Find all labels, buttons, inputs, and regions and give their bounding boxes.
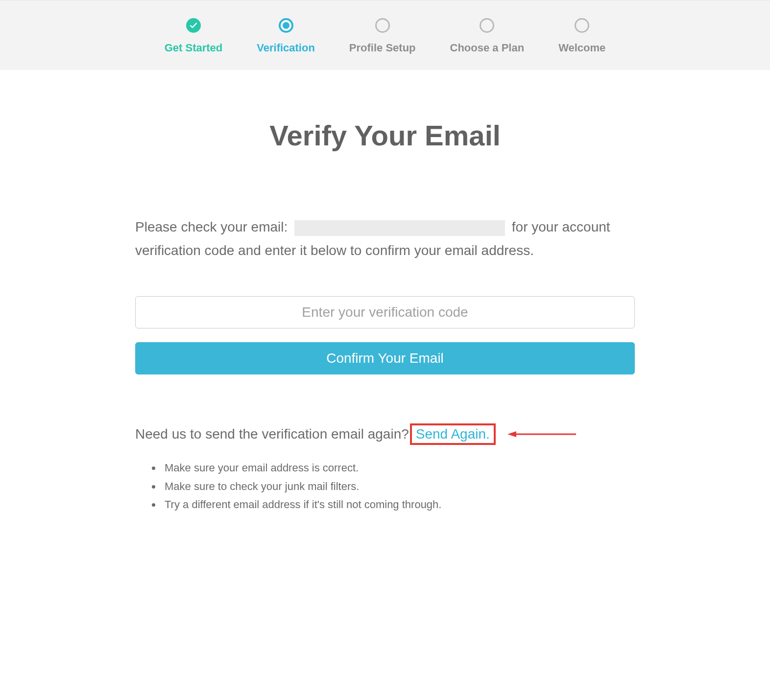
- step-profile-setup[interactable]: Profile Setup: [349, 18, 416, 54]
- active-dot-icon: [279, 18, 293, 33]
- page-title: Verify Your Email: [135, 119, 635, 152]
- empty-circle-icon: [575, 18, 589, 33]
- list-item: Make sure to check your junk mail filter…: [162, 477, 635, 495]
- confirm-email-button[interactable]: Confirm Your Email: [135, 342, 635, 374]
- resend-line: Need us to send the verification email a…: [135, 423, 635, 445]
- instruction-text: Please check your email: for your accoun…: [135, 215, 635, 262]
- main-content: Verify Your Email Please check your emai…: [125, 119, 645, 513]
- empty-circle-icon: [375, 18, 390, 33]
- instruction-before: Please check your email:: [135, 219, 291, 234]
- step-label: Welcome: [558, 42, 605, 54]
- step-label: Choose a Plan: [450, 42, 525, 54]
- list-item: Make sure your email address is correct.: [162, 459, 635, 477]
- resend-section: Need us to send the verification email a…: [135, 423, 635, 513]
- step-label: Profile Setup: [349, 42, 416, 54]
- verification-code-input[interactable]: [135, 296, 635, 328]
- tips-list: Make sure your email address is correct.…: [162, 459, 635, 513]
- step-get-started[interactable]: Get Started: [165, 18, 223, 54]
- stepper-bar: Get Started Verification Profile Setup C…: [0, 0, 770, 70]
- step-welcome[interactable]: Welcome: [558, 18, 605, 54]
- resend-prompt: Need us to send the verification email a…: [135, 426, 409, 442]
- list-item: Try a different email address if it's st…: [162, 495, 635, 513]
- send-again-link[interactable]: Send Again.: [410, 423, 496, 445]
- check-icon: [186, 18, 201, 33]
- step-label: Verification: [257, 42, 315, 54]
- empty-circle-icon: [480, 18, 494, 33]
- step-choose-plan[interactable]: Choose a Plan: [450, 18, 525, 54]
- arrow-left-icon: [507, 429, 576, 439]
- step-verification[interactable]: Verification: [257, 18, 315, 54]
- redacted-email: [294, 220, 505, 236]
- step-label: Get Started: [165, 42, 223, 54]
- svg-marker-1: [507, 431, 516, 437]
